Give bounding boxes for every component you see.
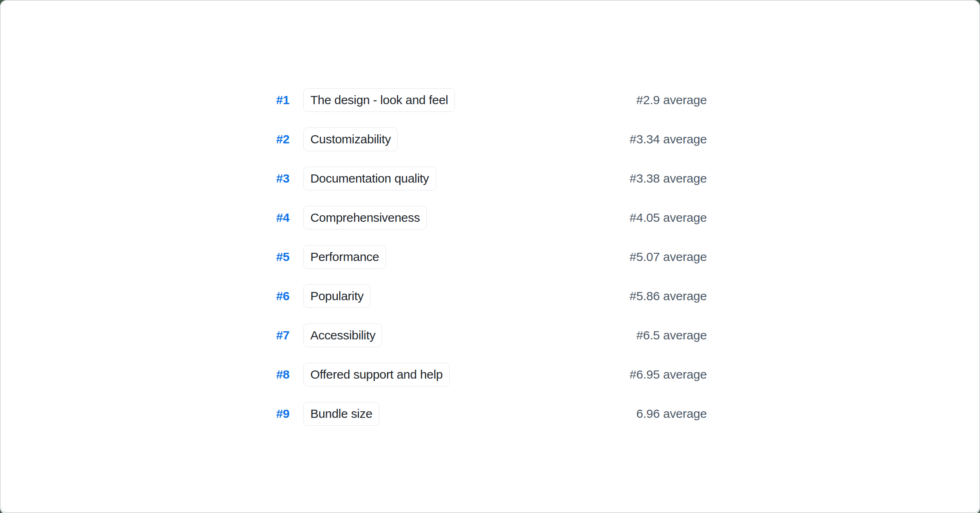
option-pill[interactable]: Performance [303,245,386,269]
ranking-row: #1 The design - look and feel #2.9 avera… [273,88,707,112]
option-label: Accessibility [310,328,375,342]
option-label: Bundle size [310,407,372,421]
average-value: #2.9 average [636,93,707,107]
option-label: Comprehensiveness [310,211,420,225]
option-label: Documentation quality [310,172,429,185]
option-label: Performance [310,250,379,264]
option-pill[interactable]: Offered support and help [303,363,450,386]
option-pill[interactable]: Popularity [303,284,370,308]
average-value: #3.34 average [630,132,707,146]
results-card: #1 The design - look and feel #2.9 avera… [0,0,980,513]
rank-number: #4 [273,211,290,225]
average-value: 6.96 average [636,407,707,421]
ranking-row: #9 Bundle size 6.96 average [273,402,707,426]
option-pill[interactable]: Documentation quality [303,167,436,190]
ranking-row: #6 Popularity #5.86 average [273,284,707,308]
option-pill[interactable]: Accessibility [303,323,382,347]
rank-number: #8 [273,368,290,381]
rank-number: #2 [273,132,290,146]
option-pill[interactable]: Comprehensiveness [303,206,427,230]
rank-number: #3 [273,172,290,185]
option-pill[interactable]: Customizability [303,127,398,151]
average-value: #3.38 average [630,172,707,185]
average-value: #6.95 average [630,368,707,381]
ranking-list: #1 The design - look and feel #2.9 avera… [273,88,707,441]
ranking-row: #2 Customizability #3.34 average [273,127,707,151]
ranking-row: #8 Offered support and help #6.95 averag… [273,363,707,386]
rank-number: #9 [273,407,290,421]
rank-number: #1 [273,93,290,107]
average-value: #5.07 average [630,250,707,264]
rank-number: #5 [273,250,290,264]
option-pill[interactable]: The design - look and feel [303,88,455,112]
option-label: Popularity [310,289,363,303]
rank-number: #7 [273,328,290,342]
average-value: #6.5 average [636,328,707,342]
rank-number: #6 [273,289,290,303]
ranking-row: #7 Accessibility #6.5 average [273,323,707,347]
ranking-row: #5 Performance #5.07 average [273,245,707,269]
option-pill[interactable]: Bundle size [303,402,379,426]
average-value: #5.86 average [630,289,707,303]
option-label: Customizability [310,132,391,146]
option-label: The design - look and feel [310,93,448,107]
ranking-row: #4 Comprehensiveness #4.05 average [273,206,707,230]
ranking-row: #3 Documentation quality #3.38 average [273,167,707,190]
average-value: #4.05 average [630,211,707,225]
option-label: Offered support and help [310,368,443,381]
